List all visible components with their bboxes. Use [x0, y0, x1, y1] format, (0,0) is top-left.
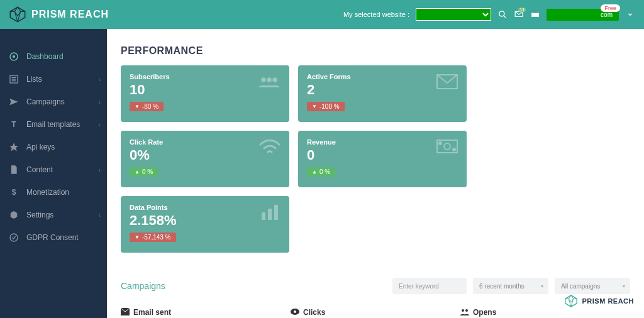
card-delta: ▼-57,143 %	[130, 233, 176, 242]
messages-icon[interactable]	[530, 9, 540, 19]
account-menu[interactable]: Free com	[547, 9, 619, 21]
card-data-points[interactable]: Data Points 2.158% ▼-57,143 %	[121, 196, 289, 253]
metric-label: Opens	[473, 308, 496, 317]
sidebar-item-lists[interactable]: Lists ‹	[0, 68, 107, 90]
svg-rect-5	[531, 12, 539, 13]
card-delta: ▼-100 %	[307, 102, 345, 111]
arrow-down-icon: ▼	[135, 104, 140, 109]
card-revenue[interactable]: Revenue 0 ▲0 %	[298, 131, 467, 187]
sidebar-item-label: Dashboard	[26, 52, 64, 61]
notification-count-badge: 11	[518, 8, 526, 12]
svg-point-30	[465, 309, 468, 312]
sidebar-item-content[interactable]: Content ‹	[0, 158, 107, 181]
svg-point-17	[272, 77, 277, 82]
card-value: 2	[307, 82, 458, 98]
svg-point-21	[439, 142, 441, 145]
campaigns-title: Campaigns	[121, 281, 165, 291]
list-icon	[9, 74, 19, 84]
card-value: 0	[307, 147, 458, 163]
svg-point-7	[13, 56, 15, 58]
svg-point-15	[261, 77, 266, 82]
svg-line-3	[504, 16, 506, 18]
card-delta: ▲0 %	[307, 167, 335, 177]
card-delta: ▲0 %	[130, 167, 158, 177]
search-icon[interactable]	[497, 9, 508, 19]
arrow-up-icon: ▲	[135, 169, 140, 175]
sidebar-item-label: GDPR Consent	[26, 233, 79, 242]
metric-clicks: Clicks 0 Last 30 days	[291, 308, 460, 318]
chevron-down-icon: ▾	[623, 283, 625, 289]
sidebar-item-label: Settings	[26, 211, 53, 219]
envelope-icon	[436, 74, 458, 92]
svg-point-20	[444, 143, 450, 150]
sidebar-item-label: Email templates	[26, 120, 80, 129]
chevron-left-icon: ‹	[99, 167, 101, 173]
selected-website-label: My selected website :	[343, 11, 409, 18]
sidebar-item-label: Api keys	[26, 143, 55, 151]
check-circle-icon	[9, 233, 19, 243]
card-value: 2.158%	[130, 212, 280, 229]
metric-opens: Opens 17 Last 30 days	[460, 308, 630, 318]
sidebar-item-campaigns[interactable]: Campaigns ‹	[0, 90, 107, 113]
card-click-rate[interactable]: Click Rate 0% ▲0 %	[121, 131, 289, 187]
campaigns-filter-input[interactable]	[392, 278, 467, 294]
wifi-icon	[259, 140, 280, 157]
sidebar-item-settings[interactable]: Settings ‹	[0, 204, 107, 226]
card-active-forms[interactable]: Active Forms 2 ▼-100 %	[298, 65, 467, 122]
campaigns-status-select[interactable]: All campaigns▾	[555, 278, 630, 294]
target-icon	[9, 52, 19, 62]
notifications-icon[interactable]: 11	[514, 9, 524, 19]
prism-logo-icon	[9, 6, 26, 23]
star-icon	[9, 142, 19, 152]
card-delta: ▼-80 %	[130, 102, 164, 111]
document-icon	[9, 165, 19, 175]
card-subscribers[interactable]: Subscribers 10 ▼-80 %	[121, 65, 289, 122]
card-label: Active Forms	[307, 73, 458, 80]
gear-icon	[9, 210, 19, 220]
svg-point-2	[499, 11, 504, 16]
svg-point-28	[294, 310, 296, 313]
dollar-icon: $	[9, 187, 19, 197]
svg-point-22	[453, 148, 455, 151]
sidebar: Dashboard Lists ‹ Campaigns ‹ T Email te…	[0, 29, 107, 318]
chevron-left-icon: ‹	[99, 121, 101, 128]
main-content: PERFORMANCE Subscribers 10 ▼-80 % Active…	[107, 29, 644, 318]
svg-rect-23	[262, 212, 265, 220]
sidebar-item-gdpr-consent[interactable]: GDPR Consent	[0, 226, 107, 249]
sidebar-item-label: Campaigns	[26, 97, 65, 106]
sidebar-item-label: Content	[26, 165, 53, 174]
website-select[interactable]	[416, 8, 491, 21]
account-chevron-icon[interactable]	[625, 9, 635, 19]
svg-point-29	[462, 309, 464, 312]
metric-email-sent: Email sent 154	[121, 308, 291, 318]
sidebar-item-label: Monetization	[26, 188, 69, 197]
sidebar-item-email-templates[interactable]: T Email templates ‹	[0, 113, 107, 136]
arrow-down-icon: ▼	[312, 104, 317, 109]
group-icon	[460, 308, 469, 317]
card-label: Data Points	[130, 204, 280, 211]
account-suffix: com	[601, 11, 613, 18]
campaigns-range-select[interactable]: 6 recent months▾	[473, 278, 548, 294]
envelope-fill-icon	[121, 308, 130, 317]
svg-rect-25	[274, 205, 278, 220]
brand-name: PRISM REACH	[31, 9, 109, 20]
performance-title: PERFORMANCE	[121, 45, 630, 57]
sidebar-item-api-keys[interactable]: Api keys	[0, 136, 107, 158]
card-value: 0%	[130, 147, 280, 163]
svg-point-16	[267, 77, 272, 82]
sidebar-item-label: Lists	[26, 75, 42, 84]
arrow-down-icon: ▼	[135, 234, 140, 240]
campaigns-panel: Campaigns 6 recent months▾ All campaigns…	[121, 266, 630, 318]
sidebar-item-dashboard[interactable]: Dashboard	[0, 45, 107, 68]
chevron-left-icon: ‹	[99, 212, 101, 219]
topbar: PRISM REACH My selected website : 11 Fre…	[0, 0, 644, 29]
card-label: Click Rate	[130, 138, 280, 146]
plan-badge: Free	[601, 4, 620, 12]
svg-point-14	[10, 234, 18, 241]
account-email-redacted	[553, 11, 597, 18]
svg-marker-0	[10, 7, 25, 21]
card-label: Revenue	[307, 138, 458, 146]
metric-label: Email sent	[133, 308, 171, 317]
brand-logo[interactable]: PRISM REACH	[9, 6, 109, 23]
sidebar-item-monetization[interactable]: $ Monetization	[0, 181, 107, 204]
